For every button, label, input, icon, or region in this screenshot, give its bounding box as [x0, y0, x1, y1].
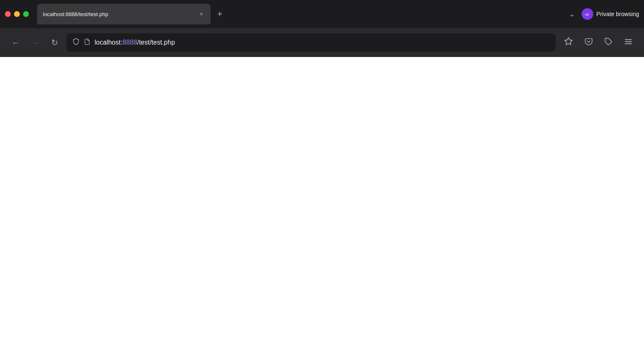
- maximize-window-button[interactable]: [23, 11, 29, 17]
- minimize-window-button[interactable]: [14, 11, 20, 17]
- svg-marker-0: [565, 38, 572, 45]
- address-path: /test/test.php: [137, 39, 175, 46]
- active-tab[interactable]: localhost:8888/test/test.php ×: [37, 4, 211, 24]
- tab-title: localhost:8888/test/test.php: [43, 11, 195, 17]
- forward-button[interactable]: →: [28, 36, 43, 49]
- page-icon: [84, 38, 90, 47]
- private-icon-symbol: ∞: [585, 11, 589, 17]
- new-tab-button[interactable]: +: [214, 7, 226, 21]
- address-prefix: localhost:: [95, 39, 123, 46]
- menu-button[interactable]: [621, 35, 636, 50]
- reload-button[interactable]: ↻: [48, 36, 62, 49]
- bookmark-button[interactable]: [561, 34, 576, 51]
- window-controls: [5, 11, 29, 17]
- back-button[interactable]: ←: [8, 36, 23, 49]
- private-browsing-label: Private browsing: [597, 11, 639, 17]
- address-bar[interactable]: localhost:8888/test/test.php: [66, 33, 556, 52]
- address-text: localhost:8888/test/test.php: [95, 39, 175, 46]
- nav-bar: ← → ↻ localhost:8888/test/test.php: [0, 28, 644, 57]
- tab-dropdown-button[interactable]: ⌄: [566, 8, 578, 20]
- pocket-button[interactable]: [581, 35, 596, 50]
- extensions-button[interactable]: [601, 35, 616, 50]
- close-window-button[interactable]: [5, 11, 11, 17]
- address-port: 8888: [123, 39, 137, 46]
- private-browsing-icon: ∞: [582, 8, 593, 20]
- private-browsing-indicator: ∞ Private browsing: [582, 8, 639, 20]
- page-content: [0, 57, 644, 346]
- tab-close-button[interactable]: ×: [198, 10, 205, 18]
- shield-icon: [72, 38, 80, 47]
- tab-bar: localhost:8888/test/test.php × + ⌄ ∞ Pri…: [0, 0, 644, 28]
